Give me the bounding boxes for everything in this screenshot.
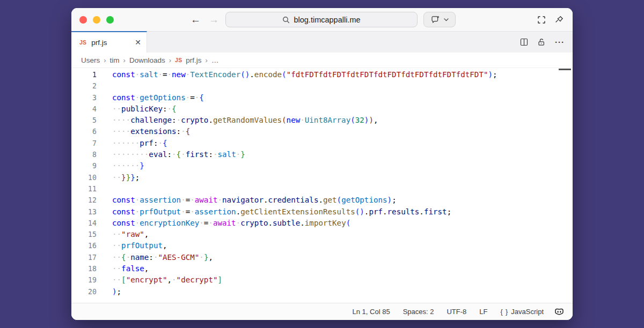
js-file-icon: JS	[175, 57, 182, 63]
tab-prf-js[interactable]: JS prf.js ✕	[71, 31, 147, 53]
line-number[interactable]: 17	[71, 252, 97, 263]
code-line[interactable]: 10··}}};	[71, 172, 573, 183]
line-number[interactable]: 12	[71, 195, 97, 206]
line-number[interactable]: 20	[71, 286, 97, 297]
code-text: ··["encrypt",·"decrypt"]	[112, 274, 222, 286]
status-bar: Ln 1, Col 85Spaces: 2UTF-8LF{ }JavaScrip…	[71, 303, 573, 320]
tab-bar: JS prf.js ✕ ···	[71, 31, 573, 53]
split-editor-icon[interactable]	[520, 38, 528, 46]
status-item[interactable]: { }JavaScript	[500, 308, 544, 316]
line-number[interactable]: 3	[71, 92, 97, 103]
code-line[interactable]: 15··"raw",	[71, 229, 573, 240]
copilot-button[interactable]	[423, 12, 456, 27]
breadcrumb-item[interactable]: …	[211, 56, 219, 64]
unlock-icon[interactable]	[537, 38, 546, 47]
more-actions-icon[interactable]: ···	[555, 38, 565, 47]
traffic-lights	[79, 16, 114, 24]
code-line[interactable]: 11	[71, 183, 573, 195]
tab-label: prf.js	[91, 39, 130, 47]
code-lines: 1const·salt·=·new·TextEncoder().encode("…	[71, 69, 573, 297]
code-editor[interactable]: 1const·salt·=·new·TextEncoder().encode("…	[71, 68, 573, 303]
code-text: ··}}};	[112, 172, 140, 183]
fullscreen-icon[interactable]	[537, 16, 546, 24]
breadcrumb-item[interactable]: Users	[81, 56, 100, 64]
code-text: );	[112, 286, 121, 297]
close-tab-icon[interactable]: ✕	[135, 38, 141, 47]
breadcrumb-item[interactable]: Downloads	[129, 56, 165, 64]
code-line[interactable]: 2	[71, 80, 573, 92]
code-line[interactable]: 6····extensions:·{	[71, 126, 573, 137]
cursor-position-marker	[559, 69, 571, 70]
code-line[interactable]: 18··false,	[71, 263, 573, 274]
line-number[interactable]: 19	[71, 274, 97, 286]
braces-icon: { }	[500, 308, 508, 316]
code-line[interactable]: 20);	[71, 286, 573, 297]
code-line[interactable]: 1const·salt·=·new·TextEncoder().encode("…	[71, 69, 573, 80]
line-number[interactable]: 7	[71, 138, 97, 149]
address-bar[interactable]: blog.timcappalli.me	[225, 12, 418, 27]
status-item[interactable]: Spaces: 2	[403, 308, 434, 316]
chevron-down-icon	[444, 18, 449, 21]
line-number[interactable]: 2	[71, 80, 97, 92]
line-number[interactable]: 4	[71, 103, 97, 115]
minimize-window-button[interactable]	[93, 16, 100, 24]
breadcrumb: Users›tim›Downloads›JSprf.js›…	[71, 53, 573, 68]
line-number[interactable]: 5	[71, 115, 97, 126]
code-line[interactable]: 7······prf:·{	[71, 138, 573, 149]
code-text: ····extensions:·{	[112, 126, 190, 137]
code-line[interactable]: 19··["encrypt",·"decrypt"]	[71, 274, 573, 286]
line-number[interactable]: 14	[71, 218, 97, 229]
code-text: const·assertion·=·await·navigator.creden…	[112, 195, 397, 206]
browser-window: ← → blog.timcappalli.me	[71, 8, 573, 320]
code-line[interactable]: 14const·encryptionKey·=·await·crypto.sub…	[71, 218, 573, 229]
line-number[interactable]: 1	[71, 69, 97, 80]
code-line[interactable]: 16··prfOutput,	[71, 240, 573, 251]
line-number[interactable]: 11	[71, 183, 97, 195]
line-number[interactable]: 16	[71, 240, 97, 251]
status-item[interactable]: Ln 1, Col 85	[353, 308, 390, 316]
code-text: ········eval:·{·first:·salt·}	[112, 149, 245, 160]
line-number[interactable]: 8	[71, 149, 97, 160]
code-line[interactable]: 3const·getOptions·=·{	[71, 92, 573, 103]
breadcrumb-separator: ›	[169, 56, 171, 64]
line-number[interactable]: 18	[71, 263, 97, 274]
code-line[interactable]: 5····challenge:·crypto.getRandomValues(n…	[71, 115, 573, 126]
overview-ruler[interactable]	[558, 68, 573, 303]
code-line[interactable]: 9······}	[71, 160, 573, 172]
breadcrumb-separator: ›	[123, 56, 126, 64]
code-text: ··{·name:·"AES-GCM"·},	[112, 252, 213, 263]
url-text: blog.timcappalli.me	[294, 16, 360, 24]
line-number[interactable]: 10	[71, 172, 97, 183]
code-line[interactable]: 13const·prfOutput·=·assertion.getClientE…	[71, 206, 573, 218]
close-window-button[interactable]	[79, 16, 87, 24]
search-icon	[282, 16, 290, 24]
forward-icon[interactable]: →	[209, 14, 219, 25]
code-text: ······}	[112, 160, 144, 172]
breadcrumb-separator: ›	[206, 56, 208, 64]
code-line[interactable]: 8········eval:·{·first:·salt·}	[71, 149, 573, 160]
maximize-window-button[interactable]	[106, 16, 114, 24]
code-line[interactable]: 4··publicKey:·{	[71, 103, 573, 115]
code-text: ··"raw",	[112, 229, 149, 240]
status-item[interactable]: UTF-8	[447, 308, 466, 316]
pin-icon[interactable]	[555, 16, 564, 24]
code-text: ····challenge:·crypto.getRandomValues(ne…	[112, 115, 378, 126]
line-number[interactable]: 13	[71, 206, 97, 218]
breadcrumb-item[interactable]: prf.js	[186, 56, 201, 64]
breadcrumb-item[interactable]: tim	[110, 56, 120, 64]
code-text: const·encryptionKey·=·await·crypto.subtl…	[112, 218, 350, 229]
status-item[interactable]: LF	[479, 308, 487, 316]
line-number[interactable]: 6	[71, 126, 97, 137]
copilot-status-icon[interactable]	[554, 307, 565, 317]
line-number[interactable]: 9	[71, 160, 97, 172]
back-icon[interactable]: ←	[191, 14, 201, 25]
code-line[interactable]: 12const·assertion·=·await·navigator.cred…	[71, 195, 573, 206]
code-text: ··prfOutput,	[112, 240, 167, 251]
code-text: const·getOptions·=·{	[112, 92, 204, 103]
code-line[interactable]: 17··{·name:·"AES-GCM"·},	[71, 252, 573, 263]
js-file-icon: JS	[79, 39, 86, 46]
line-number[interactable]: 15	[71, 229, 97, 240]
code-text: ··publicKey:·{	[112, 103, 177, 115]
breadcrumb-separator: ›	[104, 56, 106, 64]
title-bar: ← → blog.timcappalli.me	[71, 8, 573, 31]
